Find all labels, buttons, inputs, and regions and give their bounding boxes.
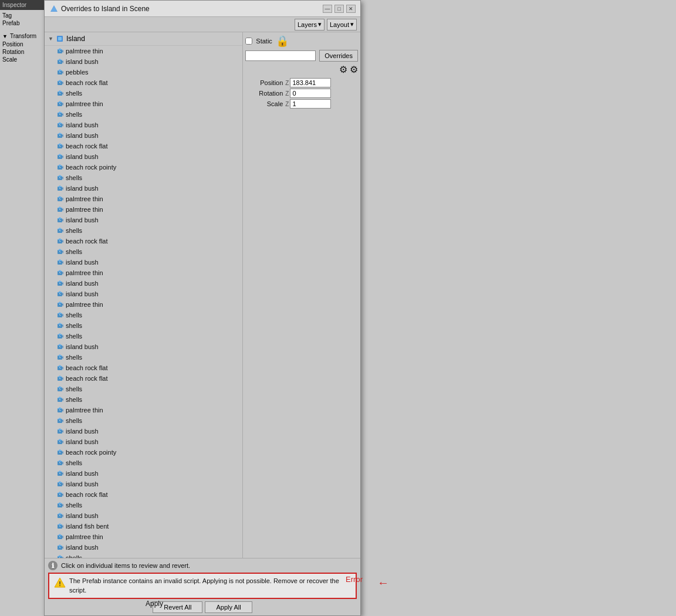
list-item[interactable]: shells [45,320,242,331]
svg-marker-193 [58,544,62,546]
left-inspector: Inspector Tag Prefab ▼ Transform Positio… [0,0,46,147]
list-item[interactable]: island bush [45,151,242,162]
list-item[interactable]: beach rock flat [45,141,242,151]
list-item[interactable]: beach rock flat [45,363,242,373]
prefab-icon [56,153,63,160]
tag-input[interactable] [245,50,316,61]
list-item[interactable]: island bush [45,542,242,553]
close-button[interactable]: ✕ [346,5,356,13]
maximize-button[interactable]: □ [334,5,344,13]
list-item[interactable]: shells [45,458,242,468]
settings-icon-1[interactable]: ⚙ [339,64,347,75]
apply-all-button[interactable]: Apply All [205,601,252,613]
overrides-button[interactable]: Overrides [319,50,358,62]
prefab-icon [56,269,63,276]
list-item[interactable]: shells [45,553,242,558]
list-item[interactable]: shells [45,331,242,341]
list-item[interactable]: island bush [45,56,242,67]
list-item[interactable]: shells [45,415,242,426]
list-item[interactable]: palmtree thin [45,46,242,56]
svg-marker-33 [58,122,62,124]
prefab-icon [56,90,63,97]
tree-expand-arrow[interactable]: ▼ [48,36,53,42]
inspector-tag-label: Tag [1,12,44,19]
scale-z-input[interactable] [290,99,331,109]
list-item[interactable]: palmtree thin [45,299,242,310]
list-item-label: island bush [66,279,99,288]
svg-marker-113 [58,333,62,335]
prefab-icon [56,512,63,519]
titlebar-controls[interactable]: — □ ✕ [323,5,356,13]
list-item[interactable]: beach rock flat [45,489,242,500]
list-item[interactable]: palmtree thin [45,532,242,542]
list-item[interactable]: beach rock flat [45,236,242,246]
list-item[interactable]: island bush [45,257,242,268]
list-item[interactable]: island bush [45,278,242,289]
position-z-input[interactable] [290,78,331,87]
static-checkbox[interactable] [245,38,252,45]
list-item[interactable]: island bush [45,130,242,141]
list-item[interactable]: island bush [45,215,242,225]
list-item[interactable]: island bush [45,510,242,521]
list-item[interactable]: island bush [45,479,242,489]
transform-label: Transform [9,32,38,40]
list-item[interactable]: island bush [45,289,242,299]
tag-row: Overrides [245,50,358,62]
list-item[interactable]: shells [45,225,242,236]
list-item[interactable]: shells [45,500,242,510]
list-item[interactable]: shells [45,172,242,183]
list-item-label: island bush [66,427,99,436]
layout-dropdown[interactable]: Layout ▾ [327,19,357,31]
svg-marker-85 [58,259,62,261]
lock-icon[interactable]: 🔒 [276,35,289,48]
rotation-label: Rotation [248,90,283,97]
inspector-tab-label: Inspector [0,0,29,10]
list-scroll-container[interactable]: palmtree thin island bush pebbles beach … [45,46,242,558]
list-item[interactable]: palmtree thin [45,405,242,415]
list-item[interactable]: island bush [45,120,242,130]
list-item-label: beach rock pointy [66,163,116,172]
svg-marker-93 [58,280,62,282]
prefab-icon [56,69,63,76]
list-item[interactable]: pebbles [45,67,242,77]
list-item[interactable]: shells [45,310,242,320]
list-item[interactable]: island bush [45,341,242,352]
svg-marker-81 [58,249,62,251]
list-item[interactable]: shells [45,246,242,257]
svg-marker-17 [58,80,62,82]
list-item[interactable]: shells [45,384,242,394]
layers-dropdown[interactable]: Layers ▾ [295,19,325,31]
svg-marker-77 [58,238,62,240]
prefab-icon [56,385,63,392]
list-item-label: beach rock flat [66,236,108,246]
settings-icon-2[interactable]: ⚙ [350,64,358,75]
list-item[interactable]: island bush [45,436,242,447]
svg-marker-105 [58,312,62,314]
list-item[interactable]: palmtree thin [45,99,242,109]
list-item[interactable]: island fish bent [45,521,242,532]
rotation-z-input[interactable] [290,89,331,98]
list-item[interactable]: shells [45,352,242,363]
list-item[interactable]: beach rock pointy [45,162,242,172]
svg-marker-161 [58,460,62,462]
list-item[interactable]: palmtree thin [45,268,242,278]
svg-marker-29 [58,111,62,113]
list-item[interactable]: island bush [45,183,242,194]
list-item[interactable]: shells [45,109,242,120]
list-item[interactable]: island bush [45,468,242,479]
list-item[interactable]: beach rock flat [45,373,242,384]
list-item[interactable]: beach rock pointy [45,447,242,458]
svg-marker-1 [51,6,57,11]
prefab-icon [56,343,63,350]
list-item[interactable]: island bush [45,426,242,436]
list-item[interactable]: shells [45,394,242,405]
list-item[interactable]: palmtree thin [45,194,242,204]
minimize-button[interactable]: — [323,5,332,13]
list-item-label: shells [66,384,82,394]
list-item[interactable]: beach rock flat [45,77,242,88]
list-item[interactable]: shells [45,88,242,99]
list-item[interactable]: palmtree thin [45,204,242,215]
list-item-label: beach rock flat [66,363,108,373]
list-item-label: island bush [66,437,99,446]
svg-marker-133 [58,386,62,388]
